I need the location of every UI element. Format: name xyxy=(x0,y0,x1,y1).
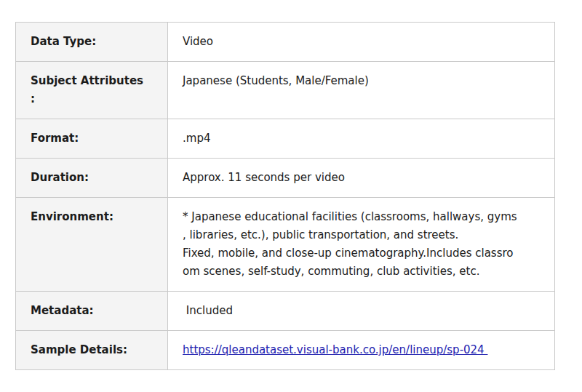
environment-label: Environment: xyxy=(16,198,168,292)
sample-details-value: https://qleandataset.visual-bank.co.jp/e… xyxy=(168,331,555,370)
subject-attributes-value: Japanese (Students, Male/Female) xyxy=(168,62,555,119)
table-row-sample-details: Sample Details: https://qleandataset.vis… xyxy=(16,331,555,370)
spec-table: Data Type: Video Subject Attributes : Ja… xyxy=(15,22,555,370)
duration-label: Duration: xyxy=(16,159,168,198)
metadata-label: Metadata: xyxy=(16,292,168,331)
subject-attributes-label: Subject Attributes : xyxy=(16,62,168,119)
metadata-value: Included xyxy=(168,292,555,331)
table-row-data-type: Data Type: Video xyxy=(16,23,555,62)
table-row-environment: Environment: * Japanese educational faci… xyxy=(16,198,555,292)
table-row-format: Format: .mp4 xyxy=(16,119,555,159)
environment-value: * Japanese educational facilities (class… xyxy=(168,198,555,292)
format-label: Format: xyxy=(16,119,168,159)
table-row-subject-attributes: Subject Attributes : Japanese (Students,… xyxy=(16,62,555,119)
sample-details-label: Sample Details: xyxy=(16,331,168,370)
format-value: .mp4 xyxy=(168,119,555,159)
sample-details-link[interactable]: https://qleandataset.visual-bank.co.jp/e… xyxy=(183,343,487,356)
data-type-label: Data Type: xyxy=(16,23,168,62)
duration-value: Approx. 11 seconds per video xyxy=(168,159,555,198)
data-type-value: Video xyxy=(168,23,555,62)
table-row-duration: Duration: Approx. 11 seconds per video xyxy=(16,159,555,198)
table-row-metadata: Metadata: Included xyxy=(16,292,555,331)
